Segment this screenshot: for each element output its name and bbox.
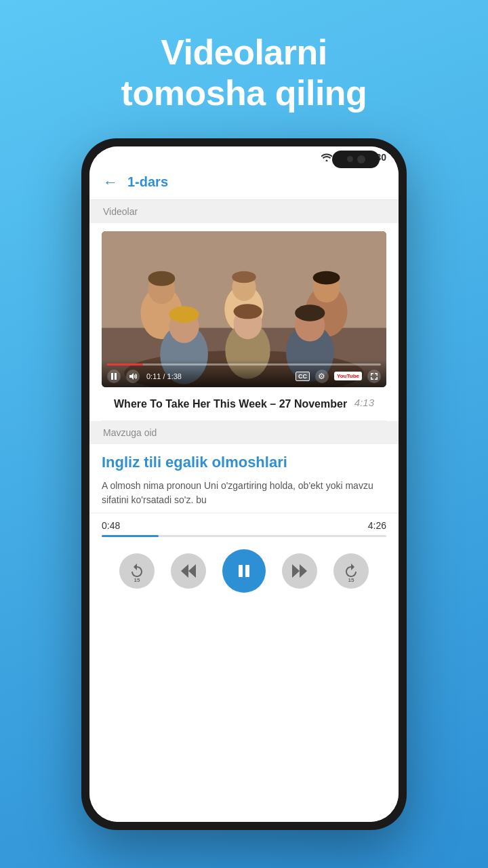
svg-rect-35 xyxy=(239,565,243,577)
nav-title: 1-dars xyxy=(127,174,168,190)
topic-section-header: Mavzuga oid xyxy=(89,421,399,444)
pause-button[interactable] xyxy=(107,370,121,383)
rewind-button[interactable] xyxy=(171,553,206,589)
svg-rect-36 xyxy=(245,565,249,577)
audio-current-time: 0:48 xyxy=(102,520,120,531)
video-progress-bar[interactable] xyxy=(107,363,381,366)
audio-progress-bar[interactable] xyxy=(102,535,386,537)
camera-dot-small xyxy=(347,156,353,162)
back-button[interactable]: ← xyxy=(103,174,118,191)
video-title: Where To Take Her This Week – 27 Novembe… xyxy=(114,397,354,412)
topic-label: Mavzuga oid xyxy=(103,427,157,438)
video-controls: 0:11 / 1:38 CC ⚙ YouTube xyxy=(107,370,381,383)
svg-marker-32 xyxy=(129,373,134,380)
video-player[interactable]: 0:11 / 1:38 CC ⚙ YouTube xyxy=(102,231,386,387)
svg-rect-31 xyxy=(115,373,117,380)
skip15-button[interactable]: 15 xyxy=(333,553,369,589)
videos-section-header: Videolar xyxy=(89,200,399,223)
cc-button[interactable]: CC xyxy=(296,372,310,381)
nav-bar: ← 1-dars xyxy=(89,165,399,200)
phone-screen: 12:30 ← 1-dars Videolar xyxy=(89,146,399,822)
videos-label: Videolar xyxy=(103,206,138,217)
svg-point-25 xyxy=(232,271,256,283)
status-bar: 12:30 xyxy=(89,146,399,165)
video-container: 0:11 / 1:38 CC ⚙ YouTube xyxy=(102,231,386,422)
wifi-icon xyxy=(321,153,332,162)
replay15-label: 15 xyxy=(134,577,140,583)
topic-content: Ingliz tili egalik olmoshlari A olmosh n… xyxy=(89,444,399,507)
svg-point-28 xyxy=(234,304,262,319)
video-progress-fill xyxy=(107,363,143,366)
audio-controls: 15 xyxy=(102,549,386,593)
video-time-current: 0:11 / 1:38 xyxy=(146,372,182,380)
topic-title: Ingliz tili egalik olmoshlari xyxy=(102,454,386,471)
svg-point-24 xyxy=(148,271,176,285)
forward-button[interactable] xyxy=(282,553,317,589)
video-info: Where To Take Her This Week – 27 Novembe… xyxy=(102,387,386,422)
youtube-logo: YouTube xyxy=(334,372,362,380)
content-area: Videolar xyxy=(89,200,399,822)
page-title: Videolarni tomosha qiling xyxy=(121,33,367,114)
svg-marker-38 xyxy=(300,564,307,578)
phone-frame: 12:30 ← 1-dars Videolar xyxy=(81,138,407,830)
svg-rect-30 xyxy=(111,373,113,380)
audio-pause-button[interactable] xyxy=(222,549,266,593)
audio-progress-fill xyxy=(102,535,159,537)
fullscreen-button[interactable] xyxy=(367,370,381,383)
skip15-label: 15 xyxy=(348,577,354,583)
audio-total-time: 4:26 xyxy=(368,520,386,531)
audio-player: 0:48 4:26 15 xyxy=(89,513,399,604)
camera-notch xyxy=(332,151,380,168)
volume-button[interactable] xyxy=(126,370,140,383)
svg-marker-34 xyxy=(181,564,188,578)
video-overlay: 0:11 / 1:38 CC ⚙ YouTube xyxy=(102,359,386,387)
replay15-button[interactable]: 15 xyxy=(119,553,155,589)
svg-marker-37 xyxy=(292,564,300,578)
camera-dot-large xyxy=(357,155,365,163)
svg-point-26 xyxy=(313,271,340,284)
video-duration: 4:13 xyxy=(354,397,374,408)
svg-marker-33 xyxy=(188,564,196,578)
audio-time-row: 0:48 4:26 xyxy=(102,520,386,531)
svg-point-27 xyxy=(169,306,199,322)
settings-button[interactable]: ⚙ xyxy=(315,370,329,383)
topic-description: A olmosh nima pronoun Uni o'zgartiring h… xyxy=(102,479,386,507)
svg-point-29 xyxy=(295,304,325,321)
